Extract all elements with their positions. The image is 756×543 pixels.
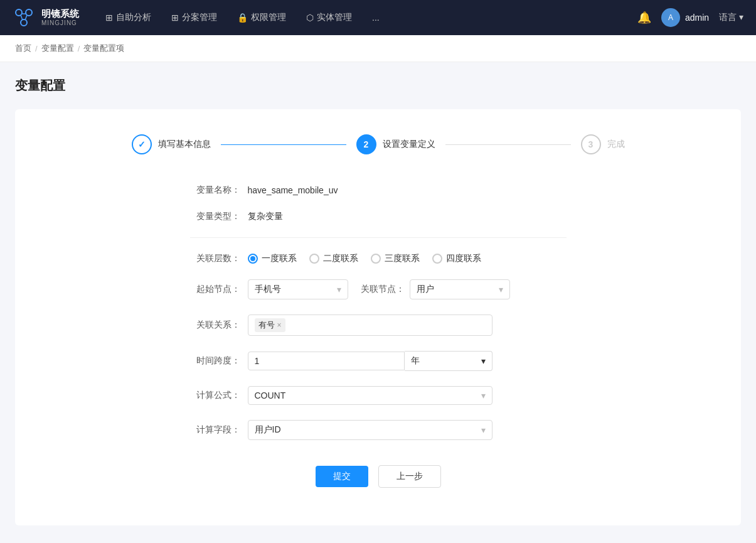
time-unit-value: 年 xyxy=(411,355,420,367)
formula-select[interactable]: COUNT ▾ xyxy=(248,386,492,405)
radio-level3[interactable]: 三度联系 xyxy=(371,253,420,264)
time-row-inner: 年 ▾ xyxy=(248,351,492,371)
radio-level4[interactable]: 四度联系 xyxy=(432,253,481,264)
nav-label-case-management: 分案管理 xyxy=(182,12,217,23)
variable-type-value: 复杂变量 xyxy=(248,211,283,222)
calc-field-chevron-icon: ▾ xyxy=(481,425,486,435)
admin-name: admin xyxy=(685,13,709,23)
more-label: ... xyxy=(372,13,380,23)
related-node-chevron-icon: ▾ xyxy=(499,284,503,294)
variable-name-value: have_same_mobile_uv xyxy=(248,185,338,195)
radio-label-level1: 一度联系 xyxy=(262,253,297,264)
relation-tag-close-icon[interactable]: × xyxy=(277,321,282,330)
calc-field-select[interactable]: 用户ID ▾ xyxy=(248,420,492,440)
radio-label-level2: 二度联系 xyxy=(323,253,358,264)
start-node-chevron-icon: ▾ xyxy=(337,284,341,294)
time-span-row: 时间跨度： 年 ▾ xyxy=(190,351,567,371)
start-node-select[interactable]: 手机号 ▾ xyxy=(248,279,348,299)
variable-type-row: 变量类型： 复杂变量 xyxy=(190,211,567,222)
relation-tag: 有号 × xyxy=(255,318,285,332)
start-node-label: 起始节点： xyxy=(190,284,240,295)
related-node-select[interactable]: 用户 ▾ xyxy=(410,279,510,299)
breadcrumb: 首页 / 变量配置 / 变量配置项 xyxy=(0,35,756,62)
breadcrumb-home[interactable]: 首页 xyxy=(15,43,31,54)
logo: 明镜系统 MINGJING xyxy=(13,6,79,29)
logo-cn: 明镜系统 xyxy=(41,8,79,19)
radio-level2[interactable]: 二度联系 xyxy=(309,253,358,264)
nav-item-more[interactable]: ... xyxy=(365,9,387,26)
step2-circle: 2 xyxy=(356,134,376,154)
svg-point-2 xyxy=(21,19,27,26)
radio-circle-level2 xyxy=(309,254,319,264)
table-icon: ⊞ xyxy=(105,13,113,23)
radio-label-level3: 三度联系 xyxy=(385,253,420,264)
time-unit-chevron-icon: ▾ xyxy=(481,356,486,366)
time-span-label: 时间跨度： xyxy=(190,355,240,367)
svg-line-4 xyxy=(21,15,23,20)
grid-icon: ⊞ xyxy=(171,13,179,23)
entity-icon: ⬡ xyxy=(306,13,314,23)
svg-line-5 xyxy=(25,15,27,20)
association-level-label: 关联层数： xyxy=(190,253,240,264)
main-card: 填写基本信息 2 设置变量定义 3 完成 变量名称： xyxy=(15,109,741,525)
breadcrumb-sep2: / xyxy=(78,44,80,53)
nav-label-permission: 权限管理 xyxy=(251,12,286,23)
lang-label: 语言 xyxy=(719,12,737,22)
breadcrumb-sep1: / xyxy=(35,44,38,53)
nav-item-permission[interactable]: 🔒 权限管理 xyxy=(230,8,294,27)
prev-button[interactable]: 上一步 xyxy=(378,465,441,488)
step1-label: 填写基本信息 xyxy=(158,139,211,150)
start-node-value: 手机号 xyxy=(255,284,281,295)
relation-tag-input[interactable]: 有号 × xyxy=(248,315,492,336)
variable-name-label: 变量名称： xyxy=(190,185,240,196)
time-span-input[interactable] xyxy=(248,352,405,370)
lock-icon: 🔒 xyxy=(237,13,248,23)
nav-label-self-analysis: 自助分析 xyxy=(116,12,151,23)
formula-chevron-icon: ▾ xyxy=(481,390,486,401)
relation-tag-text: 有号 xyxy=(258,320,275,331)
nav-item-entity[interactable]: ⬡ 实体管理 xyxy=(299,8,359,27)
step1-checkmark xyxy=(138,139,146,149)
radio-level1[interactable]: 一度联系 xyxy=(248,253,297,264)
step3-number: 3 xyxy=(588,139,594,149)
navbar-left: 明镜系统 MINGJING ⊞ 自助分析 ⊞ 分案管理 🔒 权限管理 ⬡ 实体管… xyxy=(13,6,387,29)
variable-type-label: 变量类型： xyxy=(190,211,240,222)
admin-area[interactable]: A admin xyxy=(661,8,709,27)
related-node-label: 关联节点： xyxy=(361,284,405,295)
node-row: 起始节点： 手机号 ▾ 关联节点： 用户 ▾ xyxy=(190,279,567,299)
language-button[interactable]: 语言 ▾ xyxy=(719,12,743,23)
nav-item-case-management[interactable]: ⊞ 分案管理 xyxy=(164,8,225,27)
radio-circle-level1 xyxy=(248,254,258,264)
breadcrumb-variable-config[interactable]: 变量配置 xyxy=(41,43,74,54)
formula-row: 计算公式： COUNT ▾ xyxy=(190,386,567,405)
steps: 填写基本信息 2 设置变量定义 3 完成 xyxy=(65,134,691,154)
svg-point-1 xyxy=(26,9,32,16)
breadcrumb-current: 变量配置项 xyxy=(83,43,124,54)
navbar: 明镜系统 MINGJING ⊞ 自助分析 ⊞ 分案管理 🔒 权限管理 ⬡ 实体管… xyxy=(0,0,756,35)
step2-label: 设置变量定义 xyxy=(383,139,435,150)
formula-value: COUNT xyxy=(255,390,286,401)
node-row-inner: 手机号 ▾ 关联节点： 用户 ▾ xyxy=(248,279,510,299)
nav-items: ⊞ 自助分析 ⊞ 分案管理 🔒 权限管理 ⬡ 实体管理 ... xyxy=(98,8,387,27)
calc-field-label: 计算字段： xyxy=(190,424,240,436)
calc-field-value: 用户ID xyxy=(255,424,281,436)
bell-button[interactable]: 🔔 xyxy=(637,11,651,24)
btn-row: 提交 上一步 xyxy=(190,465,567,488)
submit-button[interactable]: 提交 xyxy=(316,466,368,487)
nav-item-self-analysis[interactable]: ⊞ 自助分析 xyxy=(98,8,159,27)
step-line-1 xyxy=(221,144,346,145)
related-node-value: 用户 xyxy=(417,284,434,295)
related-node-item: 关联节点： 用户 ▾ xyxy=(361,279,510,299)
logo-en: MINGJING xyxy=(41,19,79,27)
logo-icon xyxy=(13,6,35,29)
radio-label-level4: 四度联系 xyxy=(446,253,481,264)
avatar: A xyxy=(661,8,680,27)
step-2: 2 设置变量定义 xyxy=(356,134,435,154)
time-unit-select[interactable]: 年 ▾ xyxy=(405,351,492,371)
radio-circle-level3 xyxy=(371,254,381,264)
page-container: 变量配置 填写基本信息 2 设置变量定义 3 xyxy=(0,62,756,540)
radio-circle-level4 xyxy=(432,254,442,264)
relation-row: 关联关系： 有号 × xyxy=(190,315,567,336)
form-divider xyxy=(190,237,567,238)
step-3: 3 完成 xyxy=(581,134,625,154)
